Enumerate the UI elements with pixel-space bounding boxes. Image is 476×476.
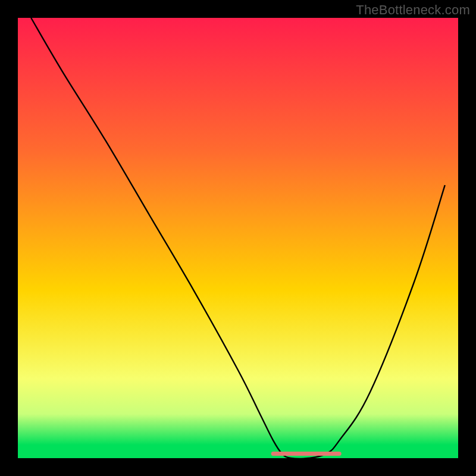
plot-background: [18, 18, 458, 458]
chart-svg: [0, 0, 476, 476]
watermark-text: TheBottleneck.com: [356, 2, 470, 18]
chart-stage: TheBottleneck.com: [0, 0, 476, 476]
